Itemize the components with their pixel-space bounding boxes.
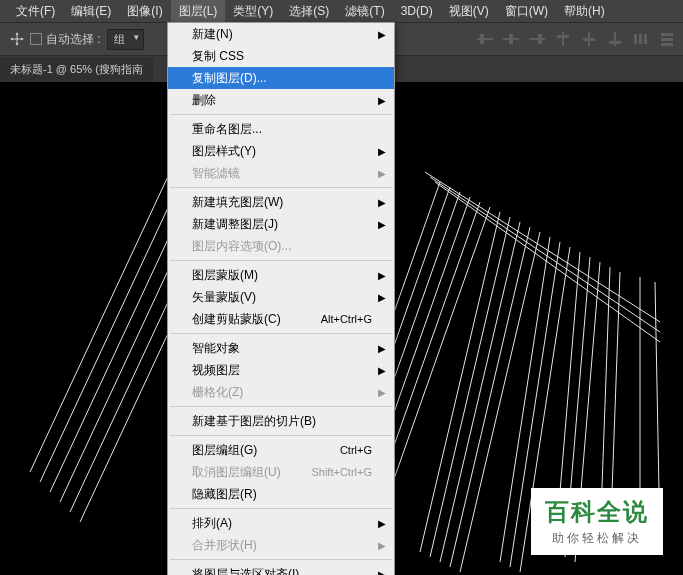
menu-item-label: 智能滤镜 [192,165,240,182]
submenu-arrow-icon: ▶ [378,540,386,551]
menubar-item[interactable]: 3D(D) [393,1,441,21]
align-icon-4[interactable] [555,32,571,46]
menu-item[interactable]: 重命名图层... [168,118,394,140]
svg-rect-17 [661,43,673,46]
menu-item-label: 矢量蒙版(V) [192,289,256,306]
svg-rect-1 [480,34,484,44]
menu-item[interactable]: 排列(A)▶ [168,512,394,534]
move-tool-icon[interactable] [8,30,26,48]
submenu-arrow-icon: ▶ [378,29,386,40]
menubar-item[interactable]: 窗口(W) [497,0,556,23]
submenu-arrow-icon: ▶ [378,95,386,106]
menu-item-label: 将图层与选区对齐(I) [192,566,299,576]
menubar-item[interactable]: 类型(Y) [225,0,281,23]
submenu-arrow-icon: ▶ [378,569,386,576]
menu-shortcut: Shift+Ctrl+G [311,466,372,478]
menu-item-label: 新建(N) [192,26,233,43]
menubar-item[interactable]: 编辑(E) [63,0,119,23]
menubar-item[interactable]: 图层(L) [171,0,226,23]
menu-item-label: 排列(A) [192,515,232,532]
submenu-arrow-icon: ▶ [378,387,386,398]
document-tab[interactable]: 未标题-1 @ 65% (搜狗指南 [0,57,153,82]
align-icon-6[interactable] [607,32,623,46]
align-icon-1[interactable] [477,32,493,46]
menu-separator [170,406,392,407]
distribute-icon-1[interactable] [633,32,649,46]
align-icon-2[interactable] [503,32,519,46]
distribute-icon-2[interactable] [659,32,675,46]
menu-item[interactable]: 图层蒙版(M)▶ [168,264,394,286]
menu-item[interactable]: 将图层与选区对齐(I)▶ [168,563,394,575]
auto-select-dropdown[interactable]: 组 [107,29,144,50]
svg-rect-14 [644,34,647,44]
menubar-item[interactable]: 滤镜(T) [337,0,392,23]
submenu-arrow-icon: ▶ [378,518,386,529]
menubar-item[interactable]: 选择(S) [281,0,337,23]
menu-item-label: 取消图层编组(U) [192,464,281,481]
menubar-item[interactable]: 帮助(H) [556,0,613,23]
menu-item[interactable]: 图层编组(G)Ctrl+G [168,439,394,461]
svg-rect-7 [557,35,569,38]
align-icon-5[interactable] [581,32,597,46]
svg-rect-13 [639,34,642,44]
watermark-subtitle: 助你轻松解决 [545,530,649,547]
menu-item[interactable]: 创建剪贴蒙版(C)Alt+Ctrl+G [168,308,394,330]
menu-item[interactable]: 新建(N)▶ [168,23,394,45]
svg-rect-3 [509,34,513,44]
menu-item-label: 重命名图层... [192,121,262,138]
menu-item[interactable]: 视频图层▶ [168,359,394,381]
auto-select-checkbox[interactable] [30,33,42,45]
svg-rect-9 [583,38,595,41]
menu-item[interactable]: 复制图层(D)... [168,67,394,89]
menu-item-label: 图层内容选项(O)... [192,238,291,255]
submenu-arrow-icon: ▶ [378,365,386,376]
svg-rect-16 [661,38,673,41]
menu-item[interactable]: 新建调整图层(J)▶ [168,213,394,235]
svg-rect-4 [529,38,545,40]
menu-item[interactable]: 矢量蒙版(V)▶ [168,286,394,308]
menu-item[interactable]: 图层样式(Y)▶ [168,140,394,162]
menu-separator [170,333,392,334]
menubar-item[interactable]: 视图(V) [441,0,497,23]
svg-rect-6 [562,32,564,46]
menubar-item[interactable]: 图像(I) [119,0,170,23]
watermark-title: 百科全说 [545,496,649,528]
menu-item[interactable]: 新建基于图层的切片(B) [168,410,394,432]
menu-item-label: 新建调整图层(J) [192,216,278,233]
layer-menu: 新建(N)▶复制 CSS复制图层(D)...删除▶重命名图层...图层样式(Y)… [167,22,395,575]
menu-item[interactable]: 删除▶ [168,89,394,111]
svg-rect-0 [477,38,493,40]
menu-item: 合并形状(H)▶ [168,534,394,556]
menubar-item[interactable]: 文件(F) [8,0,63,23]
menu-item[interactable]: 隐藏图层(R) [168,483,394,505]
menu-item-label: 图层编组(G) [192,442,257,459]
menu-item-label: 图层蒙版(M) [192,267,258,284]
menu-item-label: 隐藏图层(R) [192,486,257,503]
menu-item-label: 复制图层(D)... [192,70,267,87]
menu-item-label: 新建填充图层(W) [192,194,283,211]
menu-item[interactable]: 复制 CSS [168,45,394,67]
menu-item-label: 栅格化(Z) [192,384,243,401]
menu-item-label: 图层样式(Y) [192,143,256,160]
svg-rect-11 [609,41,621,44]
menu-item-label: 视频图层 [192,362,240,379]
menu-separator [170,435,392,436]
menu-item[interactable]: 智能对象▶ [168,337,394,359]
menu-separator [170,508,392,509]
watermark: 百科全说 助你轻松解决 [531,488,663,555]
menu-item: 图层内容选项(O)... [168,235,394,257]
submenu-arrow-icon: ▶ [378,219,386,230]
auto-select-label: 自动选择 : [46,31,101,48]
menu-separator [170,559,392,560]
menu-item-label: 删除 [192,92,216,109]
svg-rect-5 [538,34,542,44]
menu-separator [170,187,392,188]
menu-item-label: 智能对象 [192,340,240,357]
menu-item[interactable]: 新建填充图层(W)▶ [168,191,394,213]
menu-shortcut: Alt+Ctrl+G [321,313,372,325]
align-icon-3[interactable] [529,32,545,46]
menu-shortcut: Ctrl+G [340,444,372,456]
svg-rect-15 [661,33,673,36]
align-buttons [477,32,675,46]
svg-rect-12 [634,34,637,44]
